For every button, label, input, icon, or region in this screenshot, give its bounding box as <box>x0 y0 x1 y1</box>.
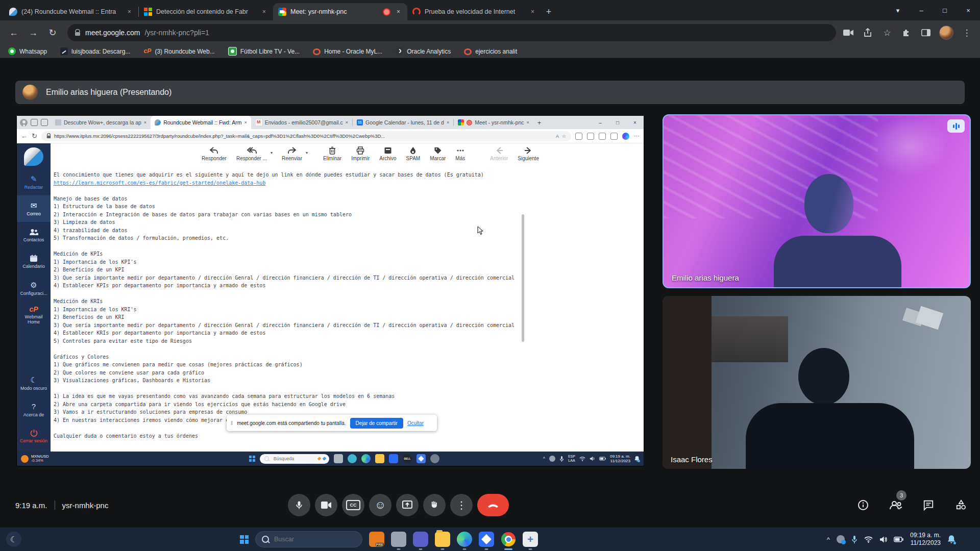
email-line: 2) Interacción e Integración de bases de… <box>54 212 644 220</box>
window-minimize-button[interactable]: – <box>910 7 933 14</box>
tray-chevron-icon[interactable]: ^ <box>827 536 830 543</box>
bookmark-star-icon[interactable]: ☆ <box>881 27 893 39</box>
shared-tab-roundcube-active: Roundcube Webmail :: Fwd: Arm × <box>151 116 251 129</box>
file-explorer-icon[interactable] <box>435 532 450 547</box>
forward-button[interactable]: → <box>24 24 42 41</box>
chat-button[interactable] <box>922 498 935 512</box>
tableau-icon[interactable] <box>523 532 538 547</box>
bookmark-whatsapp[interactable]: Whatsapp <box>8 47 47 55</box>
chrome-icon-active[interactable] <box>501 532 516 547</box>
mouse-cursor <box>477 226 483 237</box>
battery-icon <box>599 457 606 461</box>
reply-all-icon <box>247 146 257 155</box>
notification-bell-icon[interactable] <box>947 535 955 544</box>
window-maximize-button[interactable]: □ <box>933 7 957 14</box>
reply-icon <box>209 146 218 155</box>
side-panel-icon[interactable] <box>920 27 932 39</box>
screen-share-view[interactable]: Descubre Wow+, descarga la ap × Roundcub… <box>17 116 644 466</box>
collections-icon <box>599 133 606 140</box>
share-icon[interactable] <box>862 27 874 39</box>
wifi-icon[interactable] <box>864 536 873 543</box>
activities-button[interactable] <box>954 498 968 512</box>
shared-vertical-tabs-icon <box>41 119 48 126</box>
email-line: Gráficos y Colores <box>54 354 644 362</box>
start-button[interactable] <box>240 535 249 544</box>
sidebar-item-cerrar-sesion: Cerrar sesión <box>17 423 51 452</box>
tab-close-icon[interactable]: × <box>529 7 536 16</box>
sidebar-item-webmail-home: cP Webmail Home <box>17 302 51 328</box>
photos-app-icon[interactable] <box>479 532 494 547</box>
search-icon <box>262 536 269 543</box>
reload-button[interactable]: ↻ <box>44 24 61 41</box>
camera-button[interactable] <box>315 494 337 516</box>
edge-icon[interactable] <box>457 532 472 547</box>
participant-silhouette <box>804 174 853 233</box>
tab-speedtest[interactable]: Prueba de velocidad de Internet × <box>407 3 542 20</box>
hide-share-bar-link: Ocultar <box>407 420 424 426</box>
tray-status-icon[interactable] <box>837 535 845 543</box>
tab-meet-active[interactable]: Meet: ysr-nmhk-pnc × <box>273 3 407 20</box>
tab-close-icon[interactable]: × <box>395 7 402 16</box>
video-tile-isaac[interactable]: Isaac Flores <box>663 296 971 469</box>
tab-capture-camera-icon[interactable] <box>842 27 854 39</box>
taskbar-search[interactable] <box>255 531 362 547</box>
extensions-puzzle-icon[interactable] <box>900 27 913 39</box>
more-dots-icon <box>456 146 464 155</box>
battery-icon[interactable] <box>894 537 903 542</box>
bookmark-roundcube[interactable]: cP(3) Roundcube Web... <box>143 47 214 55</box>
speaker-icon[interactable] <box>879 536 887 543</box>
taskbar-search-input[interactable] <box>273 535 347 543</box>
microphone-button[interactable] <box>288 494 310 516</box>
tab-title: Meet: ysr-nmhk-pnc <box>290 8 379 15</box>
bookmark-oracle-analytics[interactable]: Oracle Analytics <box>396 47 451 55</box>
teams-chat-icon[interactable] <box>413 532 428 547</box>
bookmark-ejercicios[interactable]: ejercicios analit <box>464 48 517 55</box>
leave-call-button[interactable] <box>477 494 509 516</box>
previous-arrow-icon <box>495 146 503 155</box>
video-tile-emilio[interactable]: Emilio arias higuera <box>663 114 971 288</box>
meeting-details-button[interactable] <box>856 498 870 512</box>
browser-tab-strip: (24) Roundcube Webmail :: Entra × Detecc… <box>0 0 980 20</box>
new-tab-button[interactable]: + <box>542 3 556 20</box>
participants-button[interactable]: 3 <box>889 498 902 512</box>
address-bar[interactable]: meet.google.com/ysr-nmhk-pnc?pli=1 <box>67 24 836 41</box>
back-button[interactable]: ← <box>5 24 22 41</box>
window-app-icon[interactable] <box>391 532 406 547</box>
tab-search-chevron-icon[interactable]: ▾ <box>886 7 910 14</box>
present-screen-button[interactable] <box>396 494 419 516</box>
roundcube-favicon <box>155 119 161 126</box>
presenter-banner-text: Emilio arias higuera (Presentando) <box>46 88 172 97</box>
dark-mode-moon-icon: ☾ <box>30 376 37 384</box>
tab-close-icon[interactable]: × <box>260 7 268 16</box>
shared-tab-strip: Descubre Wow+, descarga la ap × Roundcub… <box>17 116 644 129</box>
participants-count-badge: 3 <box>896 490 906 500</box>
cpuid-app-icon[interactable]: PRE <box>369 532 384 547</box>
tab-close-icon[interactable]: × <box>126 7 133 16</box>
email-line: 1) Importancia de los KRI's <box>54 307 644 315</box>
more-options-button[interactable]: ⋮ <box>450 494 473 516</box>
window-close-button[interactable]: × <box>957 7 980 14</box>
reactions-button[interactable]: ☺ <box>369 494 391 516</box>
bookmark-oracle-home[interactable]: Home - Oracle MyL... <box>313 48 382 55</box>
mic-tray-icon[interactable] <box>851 535 857 544</box>
bookmark-luisjboada[interactable]: luisjboada: Descarg... <box>60 47 130 55</box>
profile-avatar[interactable] <box>939 26 953 40</box>
settings-gear-icon: ⚙ <box>30 281 37 289</box>
gmail-favicon: M <box>255 119 262 126</box>
bookmark-futbol-libre[interactable]: Fútbol Libre TV - Ve... <box>228 47 300 56</box>
pre-badge: PRE <box>376 543 384 546</box>
captions-button[interactable]: CC <box>342 494 364 516</box>
email-line: 2) Abre una carpeta compartida para ir v… <box>54 402 644 410</box>
email-line <box>54 291 644 299</box>
browser-menu-icon[interactable]: ⋮ <box>961 27 973 39</box>
email-line: 3) Visualizaciones gráficas, Dashboards … <box>54 378 644 386</box>
printer-icon <box>356 146 364 155</box>
split-screen-icon <box>575 133 582 140</box>
tag-icon <box>434 146 442 155</box>
tab-roundcube-webmail[interactable]: (24) Roundcube Webmail :: Entra × <box>4 3 138 20</box>
system-clock[interactable]: 09:19 a. m. 11/12/2023 <box>910 532 941 547</box>
browser-toolbar: ← → ↻ meet.google.com/ysr-nmhk-pnc?pli=1… <box>0 20 980 45</box>
raise-hand-button[interactable] <box>423 494 446 516</box>
tab-fabric-docs[interactable]: Detección del contenido de Fabr × <box>139 3 273 20</box>
weather-widget[interactable]: ☾ <box>6 532 21 547</box>
